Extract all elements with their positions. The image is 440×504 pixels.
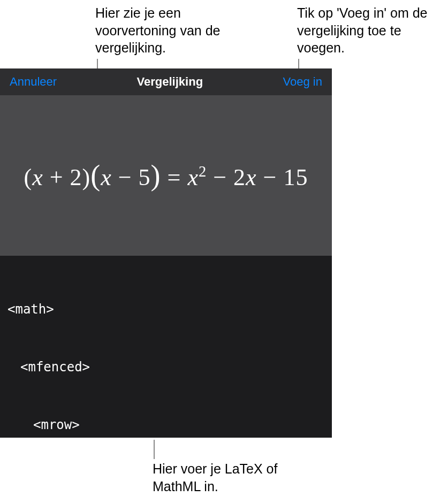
cancel-button[interactable]: Annuleer (10, 75, 57, 89)
insert-button[interactable]: Voeg in (283, 75, 322, 89)
code-line: <math> (7, 300, 324, 319)
code-line: <mrow> (7, 415, 324, 434)
equation-preview: (x + 2)(x − 5) = x2 − 2x − 15 (24, 159, 308, 192)
equation-editor-panel: Annuleer Vergelijking Voeg in (x + 2)(x … (0, 68, 332, 438)
equation-preview-area: (x + 2)(x − 5) = x2 − 2x − 15 (0, 95, 332, 256)
panel-title: Vergelijking (137, 75, 203, 89)
callout-insert: Tik op 'Voeg in' om de vergelijking toe … (297, 4, 436, 57)
callout-input: Hier voer je LaTeX of MathML in. (153, 460, 313, 495)
callout-preview: Hier zie je een voorvertoning van de ver… (95, 4, 256, 57)
callout-line-input (154, 440, 155, 459)
code-line: <mfenced> (7, 357, 324, 377)
code-input-area[interactable]: <math> <mfenced> <mrow> <mi>x</mi> <mo>+… (0, 256, 332, 438)
titlebar: Annuleer Vergelijking Voeg in (0, 68, 332, 95)
